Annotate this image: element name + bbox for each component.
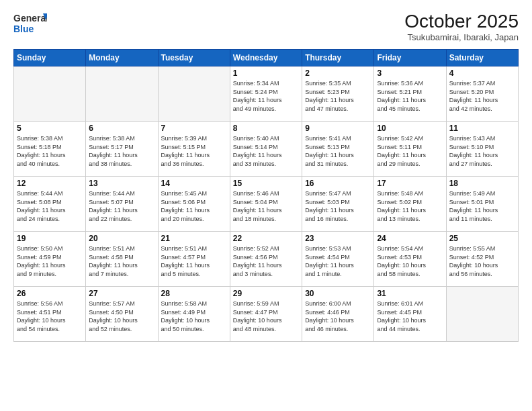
weekday-saturday: Saturday [446,50,518,66]
day-info: Sunrise: 5:56 AM Sunset: 4:51 PM Dayligh… [17,300,83,333]
calendar-cell: 5Sunrise: 5:38 AM Sunset: 5:18 PM Daylig… [14,122,86,177]
day-number: 5 [17,124,83,133]
calendar-cell: 21Sunrise: 5:51 AM Sunset: 4:57 PM Dayli… [158,232,230,287]
day-info: Sunrise: 5:49 AM Sunset: 5:01 PM Dayligh… [449,189,515,223]
day-number: 30 [305,289,371,298]
calendar-cell [446,287,518,342]
title-block: October 2025 Tsukubamirai, Ibaraki, Japa… [404,11,519,42]
calendar-cell: 12Sunrise: 5:44 AM Sunset: 5:08 PM Dayli… [14,177,86,232]
day-number: 18 [449,179,515,188]
calendar-cell: 13Sunrise: 5:44 AM Sunset: 5:07 PM Dayli… [86,177,158,232]
day-number: 10 [377,124,443,133]
day-info: Sunrise: 5:35 AM Sunset: 5:23 PM Dayligh… [305,79,371,113]
calendar-cell: 20Sunrise: 5:51 AM Sunset: 4:58 PM Dayli… [86,232,158,287]
calendar-cell: 27Sunrise: 5:57 AM Sunset: 4:50 PM Dayli… [86,287,158,342]
day-info: Sunrise: 6:00 AM Sunset: 4:46 PM Dayligh… [305,300,371,333]
day-info: Sunrise: 5:50 AM Sunset: 4:59 PM Dayligh… [17,244,83,278]
week-row-5: 26Sunrise: 5:56 AM Sunset: 4:51 PM Dayli… [14,287,519,342]
day-info: Sunrise: 6:01 AM Sunset: 4:45 PM Dayligh… [377,300,443,333]
calendar-cell: 15Sunrise: 5:46 AM Sunset: 5:04 PM Dayli… [230,177,302,232]
day-number: 2 [305,68,371,78]
day-number: 25 [449,234,515,243]
calendar-cell [158,66,230,122]
calendar-cell: 22Sunrise: 5:52 AM Sunset: 4:56 PM Dayli… [230,232,302,287]
day-number: 31 [377,289,443,298]
day-number: 1 [233,68,299,78]
day-info: Sunrise: 5:44 AM Sunset: 5:08 PM Dayligh… [17,189,83,223]
day-number: 29 [233,289,299,298]
calendar-cell: 1Sunrise: 5:34 AM Sunset: 5:24 PM Daylig… [230,66,302,122]
day-number: 23 [305,234,371,243]
day-number: 26 [17,289,83,298]
day-info: Sunrise: 5:58 AM Sunset: 4:49 PM Dayligh… [161,300,227,333]
week-row-3: 12Sunrise: 5:44 AM Sunset: 5:08 PM Dayli… [14,177,519,232]
svg-text:General: General [13,13,47,24]
day-number: 28 [161,289,227,298]
logo: General Blue [13,11,47,38]
weekday-thursday: Thursday [302,50,374,66]
day-number: 15 [233,179,299,188]
calendar-cell: 4Sunrise: 5:37 AM Sunset: 5:20 PM Daylig… [446,66,518,122]
day-info: Sunrise: 5:59 AM Sunset: 4:47 PM Dayligh… [233,300,299,333]
svg-text:Blue: Blue [13,24,34,34]
day-info: Sunrise: 5:57 AM Sunset: 4:50 PM Dayligh… [89,300,154,333]
calendar-cell: 9Sunrise: 5:41 AM Sunset: 5:13 PM Daylig… [302,122,374,177]
day-number: 27 [89,289,154,298]
day-info: Sunrise: 5:43 AM Sunset: 5:10 PM Dayligh… [449,134,515,168]
day-number: 24 [377,234,443,243]
day-info: Sunrise: 5:52 AM Sunset: 4:56 PM Dayligh… [233,244,299,278]
day-number: 6 [89,124,154,133]
day-info: Sunrise: 5:42 AM Sunset: 5:11 PM Dayligh… [377,134,443,168]
calendar-cell: 29Sunrise: 5:59 AM Sunset: 4:47 PM Dayli… [230,287,302,342]
day-info: Sunrise: 5:39 AM Sunset: 5:15 PM Dayligh… [161,134,227,168]
day-number: 22 [233,234,299,243]
day-info: Sunrise: 5:38 AM Sunset: 5:18 PM Dayligh… [17,134,83,168]
day-number: 13 [89,179,154,188]
day-number: 7 [161,124,227,133]
day-number: 4 [449,68,515,78]
day-info: Sunrise: 5:34 AM Sunset: 5:24 PM Dayligh… [233,79,299,113]
day-number: 3 [377,68,443,78]
day-number: 19 [17,234,83,243]
day-info: Sunrise: 5:55 AM Sunset: 4:52 PM Dayligh… [449,244,515,278]
calendar-cell [86,66,158,122]
day-info: Sunrise: 5:44 AM Sunset: 5:07 PM Dayligh… [89,189,154,223]
day-info: Sunrise: 5:37 AM Sunset: 5:20 PM Dayligh… [449,79,515,113]
week-row-2: 5Sunrise: 5:38 AM Sunset: 5:18 PM Daylig… [14,122,519,177]
calendar-cell: 16Sunrise: 5:47 AM Sunset: 5:03 PM Dayli… [302,177,374,232]
day-info: Sunrise: 5:53 AM Sunset: 4:54 PM Dayligh… [305,244,371,278]
day-info: Sunrise: 5:46 AM Sunset: 5:04 PM Dayligh… [233,189,299,223]
calendar-cell: 11Sunrise: 5:43 AM Sunset: 5:10 PM Dayli… [446,122,518,177]
day-info: Sunrise: 5:38 AM Sunset: 5:17 PM Dayligh… [89,134,154,168]
calendar-subtitle: Tsukubamirai, Ibaraki, Japan [404,32,519,42]
week-row-1: 1Sunrise: 5:34 AM Sunset: 5:24 PM Daylig… [14,66,519,122]
calendar-cell: 10Sunrise: 5:42 AM Sunset: 5:11 PM Dayli… [374,122,446,177]
day-number: 20 [89,234,154,243]
calendar-title: October 2025 [404,11,519,32]
weekday-tuesday: Tuesday [158,50,230,66]
calendar-cell: 26Sunrise: 5:56 AM Sunset: 4:51 PM Dayli… [14,287,86,342]
day-info: Sunrise: 5:41 AM Sunset: 5:13 PM Dayligh… [305,134,371,168]
weekday-wednesday: Wednesday [230,50,302,66]
day-number: 8 [233,124,299,133]
day-info: Sunrise: 5:54 AM Sunset: 4:53 PM Dayligh… [377,244,443,278]
calendar-cell: 24Sunrise: 5:54 AM Sunset: 4:53 PM Dayli… [374,232,446,287]
day-number: 11 [449,124,515,133]
day-info: Sunrise: 5:51 AM Sunset: 4:58 PM Dayligh… [89,244,154,278]
day-number: 16 [305,179,371,188]
calendar-cell: 3Sunrise: 5:36 AM Sunset: 5:21 PM Daylig… [374,66,446,122]
day-info: Sunrise: 5:45 AM Sunset: 5:06 PM Dayligh… [161,189,227,223]
day-number: 17 [377,179,443,188]
calendar-cell: 31Sunrise: 6:01 AM Sunset: 4:45 PM Dayli… [374,287,446,342]
day-info: Sunrise: 5:51 AM Sunset: 4:57 PM Dayligh… [161,244,227,278]
day-info: Sunrise: 5:48 AM Sunset: 5:02 PM Dayligh… [377,189,443,223]
day-number: 9 [305,124,371,133]
calendar-cell: 25Sunrise: 5:55 AM Sunset: 4:52 PM Dayli… [446,232,518,287]
calendar-cell: 8Sunrise: 5:40 AM Sunset: 5:14 PM Daylig… [230,122,302,177]
day-info: Sunrise: 5:36 AM Sunset: 5:21 PM Dayligh… [377,79,443,113]
week-row-4: 19Sunrise: 5:50 AM Sunset: 4:59 PM Dayli… [14,232,519,287]
calendar-table: SundayMondayTuesdayWednesdayThursdayFrid… [13,49,519,342]
weekday-header-row: SundayMondayTuesdayWednesdayThursdayFrid… [14,50,519,66]
page: General Blue October 2025 Tsukubamirai, … [0,0,532,411]
day-number: 14 [161,179,227,188]
